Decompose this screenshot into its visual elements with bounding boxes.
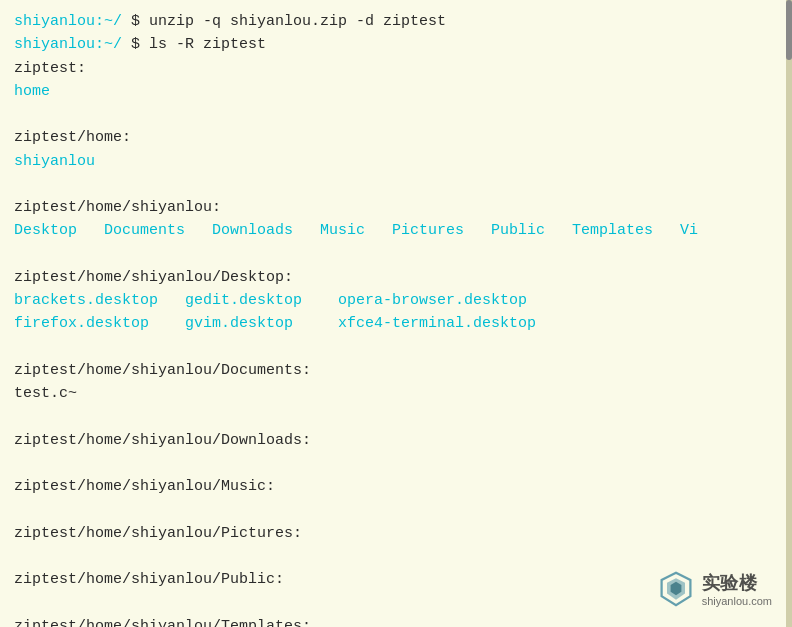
watermark-title: 实验楼 [702, 571, 758, 595]
terminal-line: test.c~ [14, 382, 778, 405]
watermark-logo-icon [658, 571, 694, 607]
output: ziptest/home/shiyanlou/Music: [14, 478, 275, 495]
output: ziptest/home/shiyanlou/Desktop: [14, 269, 293, 286]
prompt: shiyanlou:~/ [14, 13, 122, 30]
terminal-line: Desktop Documents Downloads Music Pictur… [14, 219, 778, 242]
terminal: shiyanlou:~/ $ unzip -q shiyanlou.zip -d… [0, 0, 792, 627]
blank-line [14, 545, 778, 568]
output: ziptest/home/shiyanlou/Downloads: [14, 432, 311, 449]
terminal-line: brackets.desktop gedit.desktop opera-bro… [14, 289, 778, 312]
terminal-line: shiyanlou [14, 150, 778, 173]
blank-line [14, 173, 778, 196]
output: ziptest/home/shiyanlou: [14, 199, 221, 216]
output-dirs: Desktop Documents Downloads Music Pictur… [14, 222, 698, 239]
terminal-line: ziptest: [14, 57, 778, 80]
output: ziptest: [14, 60, 86, 77]
output: ziptest/home/shiyanlou/Templates: [14, 618, 311, 628]
output: ziptest/home/shiyanlou/Pictures: [14, 525, 302, 542]
terminal-line: ziptest/home/shiyanlou/Templates: [14, 615, 778, 628]
terminal-line: ziptest/home/shiyanlou/Desktop: [14, 266, 778, 289]
terminal-line: home [14, 80, 778, 103]
terminal-line: ziptest/home/shiyanlou/Pictures: [14, 522, 778, 545]
blank-line [14, 243, 778, 266]
output: brackets.desktop gedit.desktop opera-bro… [14, 292, 527, 309]
output: ziptest/home: [14, 129, 131, 146]
output: ziptest/home/shiyanlou/Documents: [14, 362, 311, 379]
output: shiyanlou [14, 153, 95, 170]
terminal-line: ziptest/home/shiyanlou: [14, 196, 778, 219]
blank-line [14, 405, 778, 428]
blank-line [14, 103, 778, 126]
watermark-text: 实验楼 shiyanlou.com [702, 571, 772, 607]
command: $ unzip -q shiyanlou.zip -d ziptest [122, 13, 446, 30]
watermark-subtitle: shiyanlou.com [702, 595, 772, 607]
output: firefox.desktop gvim.desktop xfce4-termi… [14, 315, 536, 332]
terminal-line: ziptest/home/shiyanlou/Music: [14, 475, 778, 498]
output: test.c~ [14, 385, 77, 402]
blank-line [14, 452, 778, 475]
terminal-line: ziptest/home: [14, 126, 778, 149]
terminal-line: ziptest/home/shiyanlou/Documents: [14, 359, 778, 382]
prompt: shiyanlou:~/ [14, 36, 122, 53]
output: ziptest/home/shiyanlou/Public: [14, 571, 284, 588]
blank-line [14, 336, 778, 359]
command: $ ls -R ziptest [122, 36, 266, 53]
output: home [14, 83, 50, 100]
terminal-line: shiyanlou:~/ $ unzip -q shiyanlou.zip -d… [14, 10, 778, 33]
watermark: 实验楼 shiyanlou.com [658, 571, 772, 607]
terminal-line: shiyanlou:~/ $ ls -R ziptest [14, 33, 778, 56]
blank-line [14, 498, 778, 521]
scrollbar[interactable] [786, 0, 792, 627]
terminal-line: firefox.desktop gvim.desktop xfce4-termi… [14, 312, 778, 335]
terminal-line: ziptest/home/shiyanlou/Downloads: [14, 429, 778, 452]
scrollbar-thumb[interactable] [786, 0, 792, 60]
